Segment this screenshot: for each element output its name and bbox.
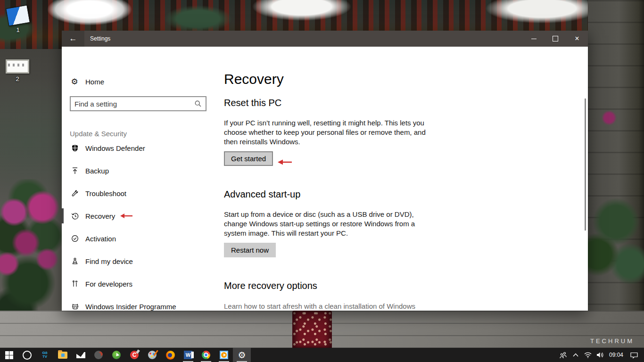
chrome-icon <box>202 351 210 359</box>
maximize-icon <box>553 36 558 41</box>
ninja-cat-icon <box>71 303 79 310</box>
chevron-up-icon[interactable] <box>570 353 582 357</box>
history-icon <box>71 212 79 220</box>
taskbar: GõTV C W ⚙ <box>0 348 644 362</box>
firefox-icon <box>166 351 175 360</box>
upload-arrow-icon <box>71 167 79 175</box>
search-input[interactable] <box>71 100 194 108</box>
paint-icon <box>148 351 157 359</box>
taskbar-item-media-player[interactable] <box>215 348 233 362</box>
stone-carving-background <box>588 0 644 362</box>
mail-button[interactable] <box>72 348 90 362</box>
map-marker-icon <box>71 257 79 265</box>
sidebar-item-backup[interactable]: Backup <box>62 161 219 180</box>
restart-now-button[interactable]: Restart now <box>224 243 276 257</box>
advanced-startup-heading: Advanced start-up <box>224 189 300 200</box>
taskbar-item-ccleaner[interactable]: C <box>125 348 143 362</box>
word-icon: W <box>184 351 192 359</box>
sidebar-item-label: Windows Insider Programme <box>85 303 176 311</box>
sidebar-item-label: Troubleshoot <box>85 189 126 197</box>
taskbar-item-firefox[interactable] <box>161 348 179 362</box>
button-label: Restart now <box>231 246 269 254</box>
wrench-icon <box>71 189 79 197</box>
action-center-icon[interactable] <box>628 352 640 359</box>
sidebar-item-for-developers[interactable]: For developers <box>62 274 219 293</box>
gotv-icon: GõTV <box>42 351 47 359</box>
start-afresh-link[interactable]: Learn how to start afresh with a clean i… <box>224 302 415 310</box>
desktop: TECHRUM 1 2 ← Settings × ⚙ Home <box>0 0 644 362</box>
taskbar-item-gotv[interactable]: GõTV <box>36 348 54 362</box>
minimize-icon <box>531 39 537 39</box>
desktop-icon-1[interactable]: 1 <box>3 7 33 33</box>
taskbar-item-downloader[interactable] <box>90 348 107 362</box>
reset-description: If your PC isn’t running well, resetting… <box>224 118 435 147</box>
minimize-button[interactable] <box>523 31 545 47</box>
sidebar-item-windows-insider-programme[interactable]: Windows Insider Programme <box>62 297 219 316</box>
window-title: Settings <box>90 35 110 42</box>
sidebar-item-label: Backup <box>85 167 109 175</box>
sidebar-item-home[interactable]: ⚙ Home <box>62 74 219 90</box>
volume-icon[interactable] <box>594 352 606 358</box>
sidebar-item-label: For developers <box>85 280 132 288</box>
sidebar-item-recovery[interactable]: Recovery <box>62 206 219 225</box>
taskbar-item-chrome[interactable] <box>197 348 215 362</box>
taskbar-item-word[interactable]: W <box>179 348 197 362</box>
taskbar-item-settings[interactable]: ⚙ <box>233 348 251 362</box>
reset-heading: Reset this PC <box>224 98 281 108</box>
sidebar-item-activation[interactable]: Activation <box>62 229 219 248</box>
taskbar-item-idm[interactable] <box>107 348 125 362</box>
folder-icon <box>58 352 67 359</box>
get-started-button[interactable]: Get started <box>224 151 273 166</box>
close-button[interactable]: × <box>566 31 588 47</box>
file-explorer-button[interactable] <box>54 348 72 362</box>
media-player-icon <box>220 351 228 359</box>
windows-logo-icon <box>5 351 13 359</box>
image-thumbnail-icon <box>6 59 29 74</box>
sidebar-item-label: Home <box>85 78 104 86</box>
sidebar-item-troubleshoot[interactable]: Troubleshoot <box>62 184 219 203</box>
taskbar-clock[interactable]: 09:04 <box>609 352 623 358</box>
sidebar-item-label: Windows Defender <box>85 144 145 152</box>
desktop-icon-label: 1 <box>3 26 33 33</box>
close-icon: × <box>575 35 579 42</box>
watermark-text: TECHRUM <box>590 337 634 345</box>
image-thumbnail-icon <box>6 5 30 26</box>
cortana-icon <box>23 351 32 360</box>
idm-icon <box>112 351 121 359</box>
search-box[interactable] <box>70 96 206 111</box>
downloader-icon <box>94 351 103 359</box>
sidebar-item-label: Activation <box>85 235 116 243</box>
wifi-icon[interactable] <box>582 352 594 358</box>
sidebar-item-windows-defender[interactable]: Windows Defender <box>62 139 219 157</box>
red-arrow-annotation <box>276 159 292 165</box>
back-arrow-icon: ← <box>69 34 77 43</box>
sidebar-item-find-my-device[interactable]: Find my device <box>62 252 219 271</box>
scrollbar-thumb[interactable] <box>585 99 586 230</box>
ccleaner-icon: C <box>130 351 139 359</box>
back-button[interactable]: ← <box>62 31 84 47</box>
page-title: Recovery <box>224 71 284 87</box>
cortana-button[interactable] <box>18 348 36 362</box>
desktop-icon-label: 2 <box>2 75 33 82</box>
search-icon <box>194 100 202 107</box>
desktop-icon-2[interactable]: 2 <box>2 59 33 82</box>
shield-icon <box>71 144 79 152</box>
taskbar-item-paint[interactable] <box>143 348 161 362</box>
sidebar-item-label: Recovery <box>85 212 115 220</box>
more-recovery-options-heading: More recovery options <box>224 280 317 291</box>
titlebar: ← Settings × <box>62 31 588 47</box>
settings-window: ← Settings × ⚙ Home <box>62 31 588 311</box>
button-label: Get started <box>231 155 266 163</box>
window-body: ⚙ Home Update & Security Windows Defende… <box>62 47 588 311</box>
start-button[interactable] <box>0 348 18 362</box>
dev-tools-icon <box>71 280 79 288</box>
people-icon[interactable] <box>557 351 570 359</box>
maximize-button[interactable] <box>545 31 566 47</box>
check-circle-icon <box>71 235 79 242</box>
settings-gear-icon: ⚙ <box>238 351 246 360</box>
sidebar-section-header: Update & Security <box>70 130 127 138</box>
red-arrow-annotation <box>119 213 133 219</box>
person-background <box>292 311 332 348</box>
gear-icon: ⚙ <box>70 77 79 87</box>
sidebar-item-label: Find my device <box>85 257 133 265</box>
